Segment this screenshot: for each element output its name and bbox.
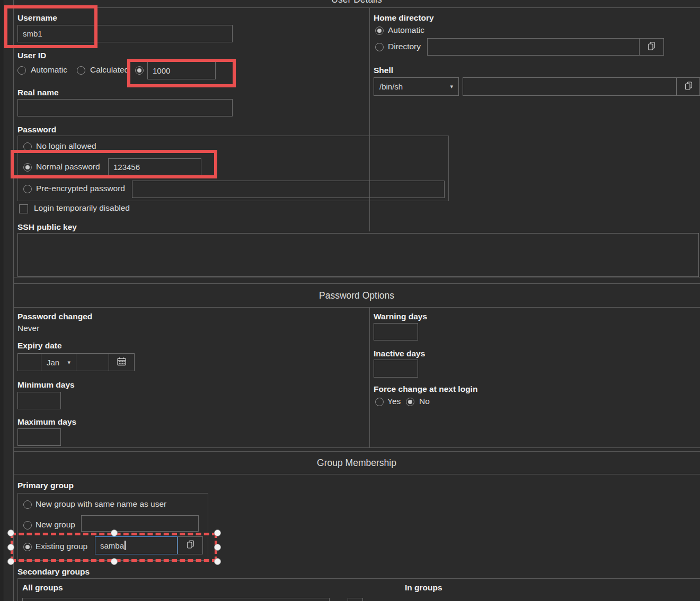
all-groups-listbox[interactable] — [22, 598, 330, 601]
primary-group-fieldset: New group with same name as user New gro… — [17, 493, 208, 561]
user-id-automatic-radio[interactable] — [17, 66, 26, 75]
expiry-calendar-button[interactable] — [109, 353, 135, 371]
normal-password-option[interactable]: Normal password — [36, 162, 100, 172]
user-id-calculated-option[interactable]: Calculated — [90, 65, 129, 75]
minimum-days-input[interactable] — [17, 392, 61, 409]
annotation-handle[interactable] — [214, 544, 221, 551]
shell-label: Shell — [374, 66, 393, 75]
shell-other-input[interactable] — [463, 77, 677, 96]
real-name-label: Real name — [17, 88, 59, 97]
password-changed-value: Never — [17, 324, 39, 333]
home-directory-label: Home directory — [374, 13, 434, 23]
group-move-button[interactable] — [348, 598, 363, 601]
copy-icon — [684, 81, 693, 93]
new-group-same-name-radio[interactable] — [23, 500, 32, 509]
password-label: Password — [17, 125, 56, 134]
inactive-days-input[interactable] — [374, 360, 418, 378]
expiry-day-input[interactable] — [17, 353, 41, 371]
force-change-label: Force change at next login — [374, 384, 477, 394]
force-change-no-radio[interactable] — [406, 398, 414, 406]
section-divider — [13, 447, 700, 448]
annotation-handle[interactable] — [214, 530, 221, 536]
normal-password-radio[interactable] — [23, 163, 32, 172]
login-disabled-checkbox[interactable] — [19, 204, 28, 213]
expiry-month-value: Jan — [47, 358, 59, 367]
warning-days-label: Warning days — [374, 312, 427, 321]
pre-encrypted-input[interactable] — [132, 181, 445, 198]
user-id-calculated-radio[interactable] — [77, 66, 85, 75]
existing-group-option[interactable]: Existing group — [36, 542, 87, 551]
password-fieldset: No login allowed Normal password Pre-enc… — [17, 136, 449, 201]
secondary-groups-box: All groups In groups — [17, 578, 700, 601]
ssh-key-label: SSH public key — [17, 222, 77, 232]
secondary-groups-label: Secondary groups — [17, 567, 90, 577]
expiry-year-input[interactable] — [76, 353, 109, 371]
new-group-same-name-option[interactable]: New group with same name as user — [36, 499, 166, 509]
warning-days-input[interactable] — [374, 323, 418, 340]
expiry-date-label: Expiry date — [17, 341, 62, 351]
home-directory-radio[interactable] — [375, 43, 384, 51]
home-directory-input[interactable] — [427, 38, 640, 56]
username-input[interactable] — [17, 25, 233, 42]
group-membership-title: Group Membership — [317, 458, 396, 469]
user-id-automatic-option[interactable]: Automatic — [31, 65, 67, 75]
annotation-handle[interactable] — [7, 558, 14, 565]
shell-select[interactable]: /bin/sh ▾ — [374, 77, 459, 96]
login-disabled-label[interactable]: Login temporarily disabled — [34, 203, 130, 213]
in-groups-label: In groups — [405, 583, 442, 593]
real-name-input[interactable] — [17, 99, 233, 116]
calendar-icon — [117, 357, 126, 368]
chevron-down-icon: ▾ — [450, 83, 453, 90]
home-directory-copy-button[interactable] — [639, 38, 664, 56]
home-automatic-option[interactable]: Automatic — [388, 25, 424, 35]
normal-password-input[interactable] — [108, 158, 201, 176]
annotation-handle[interactable] — [111, 530, 118, 536]
maximum-days-input[interactable] — [17, 428, 61, 446]
no-login-option[interactable]: No login allowed — [36, 141, 96, 151]
column-divider-middle — [369, 307, 370, 447]
annotation-handle[interactable] — [7, 530, 14, 536]
user-details-header: User Details — [13, 0, 700, 8]
annotation-handle[interactable] — [111, 558, 118, 565]
new-group-option[interactable]: New group — [36, 520, 75, 530]
chevron-down-icon: ▾ — [67, 359, 70, 366]
user-id-label: User ID — [17, 51, 46, 60]
force-change-yes-radio[interactable] — [375, 398, 384, 406]
new-group-radio[interactable] — [23, 521, 32, 530]
password-options-header: Password Options — [13, 283, 700, 308]
username-label: Username — [17, 13, 57, 23]
password-options-title: Password Options — [319, 290, 394, 301]
maximum-days-label: Maximum days — [17, 417, 76, 427]
home-automatic-radio[interactable] — [375, 26, 384, 35]
minimum-days-label: Minimum days — [17, 380, 75, 390]
existing-group-radio[interactable] — [23, 543, 32, 551]
pre-encrypted-radio[interactable] — [23, 185, 32, 193]
section-divider — [13, 277, 700, 277]
home-directory-option[interactable]: Directory — [388, 42, 421, 51]
existing-group-copy-button[interactable] — [178, 536, 203, 554]
force-change-yes-option[interactable]: Yes — [387, 397, 401, 406]
annotation-handle[interactable] — [214, 558, 221, 565]
user-details-title: User Details — [13, 0, 700, 5]
user-id-input[interactable] — [147, 61, 216, 79]
existing-group-value: samba — [100, 541, 124, 550]
left-rail-divider — [4, 0, 4, 601]
annotation-handle[interactable] — [7, 544, 14, 551]
primary-group-label: Primary group — [17, 481, 74, 490]
inactive-days-label: Inactive days — [374, 349, 425, 358]
copy-icon — [186, 540, 195, 551]
existing-group-input[interactable]: samba — [95, 536, 178, 554]
pre-encrypted-option[interactable]: Pre-encrypted password — [36, 184, 125, 193]
ssh-key-textarea[interactable] — [17, 233, 699, 277]
user-id-specific-radio[interactable] — [135, 66, 144, 75]
no-login-radio[interactable] — [23, 142, 32, 151]
shell-select-value: /bin/sh — [379, 82, 403, 91]
password-changed-label: Password changed — [17, 312, 92, 321]
user-form-page: User Details Username User ID Automatic … — [0, 0, 700, 601]
expiry-month-select[interactable]: Jan ▾ — [41, 353, 76, 371]
force-change-no-option[interactable]: No — [419, 397, 430, 406]
new-group-input[interactable] — [81, 515, 199, 532]
copy-icon — [647, 41, 656, 53]
left-rail — [0, 0, 4, 601]
shell-copy-button[interactable] — [677, 77, 700, 96]
